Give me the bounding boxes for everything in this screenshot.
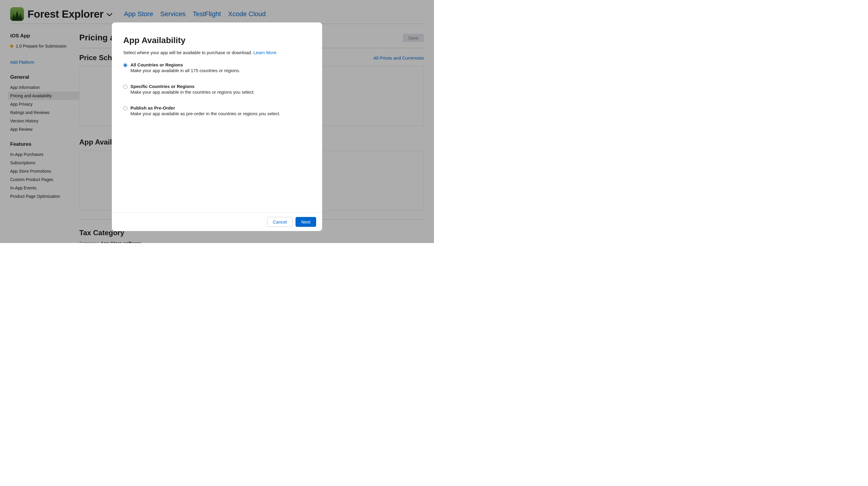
radio-option-specific[interactable]: Specific Countries or Regions Make your … xyxy=(123,84,311,95)
cancel-button[interactable]: Cancel xyxy=(267,217,292,227)
radio-label-preorder: Publish as Pre-Order xyxy=(130,105,280,111)
modal-footer: Cancel Next xyxy=(112,212,322,231)
app-availability-modal: App Availability Select where your app w… xyxy=(112,23,322,231)
modal-backdrop[interactable]: App Availability Select where your app w… xyxy=(0,0,434,243)
radio-input-all[interactable] xyxy=(123,63,127,67)
radio-desc-preorder: Make your app available as pre-order in … xyxy=(130,111,280,116)
radio-option-preorder[interactable]: Publish as Pre-Order Make your app avail… xyxy=(123,105,311,116)
modal-subtitle: Select where your app will be available … xyxy=(123,50,311,55)
radio-label-all: All Countries or Regions xyxy=(130,62,240,67)
modal-subtitle-text: Select where your app will be available … xyxy=(123,50,253,55)
modal-title: App Availability xyxy=(123,36,311,45)
radio-option-all[interactable]: All Countries or Regions Make your app a… xyxy=(123,62,311,73)
radio-input-specific[interactable] xyxy=(123,85,127,89)
radio-group: All Countries or Regions Make your app a… xyxy=(123,62,311,116)
radio-input-preorder[interactable] xyxy=(123,106,127,111)
modal-body: App Availability Select where your app w… xyxy=(112,23,322,212)
radio-desc-specific: Make your app available in the countries… xyxy=(130,89,254,95)
next-button[interactable]: Next xyxy=(296,217,316,227)
radio-desc-all: Make your app available in all 175 count… xyxy=(130,68,240,73)
learn-more-link[interactable]: Learn More xyxy=(253,50,276,55)
radio-label-specific: Specific Countries or Regions xyxy=(130,84,254,89)
